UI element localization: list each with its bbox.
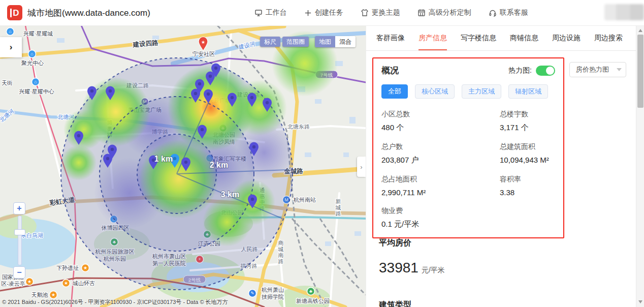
ruler-button[interactable]: 标尺 [260,37,280,47]
panel-scrollbar[interactable] [636,25,644,307]
panel-collapse-handle[interactable]: › [357,157,366,177]
nav-contact-support[interactable]: 联系客服 [489,8,528,17]
nav-advanced-analysis[interactable]: 高级分析定制 [417,8,471,17]
stat-total-land-area: 总占地面积2,990,711 M² [381,175,496,197]
chevron-down-icon [617,68,622,71]
ring-distance-label: 1 km [154,155,173,163]
map-label: 新城路 [335,198,341,217]
stat-total-floor-area: 总建筑面积10,094,943 M² [500,142,555,165]
map-canvas[interactable]: 7号线2号线 建设四路宁安社区建设河兴耀·星耀城聚光中心天街兴耀·星耀中心建设二… [0,25,366,307]
map-label: 城山怀古 [72,280,95,286]
stat-total-buildings: 总楼宇数3,171 个 [500,110,555,133]
heatmap-type-dropdown[interactable]: 房价热力图 [569,62,626,77]
heatmap-toggle[interactable] [536,66,555,76]
tab-office-info[interactable]: 写字楼信息 [461,34,496,50]
tab-customer-portrait[interactable]: 客群画像 [376,34,405,50]
panel-tabs: 客群画像 房产信息 写字楼信息 商铺信息 周边设施 周边搜索 [366,25,636,51]
poi-park-icon[interactable]: ♣ [307,288,315,295]
map-label: 天鹅池 [31,292,48,298]
map-label: 天街 [2,80,13,86]
svg-text:⌂: ⌂ [9,29,11,34]
svg-text:★: ★ [83,265,87,270]
poi-attraction-icon[interactable]: ★ [62,280,70,287]
zoom-in-button[interactable]: + [13,202,25,214]
map-mode-switch: 地图 混合 [315,36,356,47]
overview-title: 概况 [381,65,399,76]
poi-school-icon[interactable]: ✎ [249,290,256,297]
dropdown-value: 房价热力图 [576,65,609,74]
tab-nearby-search[interactable]: 周边搜索 [594,34,623,50]
svg-text:★: ★ [64,281,68,286]
map-label: 杭州萧山 [261,287,284,293]
app-logo[interactable]: D [7,5,22,20]
map-area[interactable]: 7号线2号线 建设四路宁安社区建设河兴耀·星耀城聚光中心天街兴耀·星耀中心建设二… [0,25,366,307]
zoom-slider-track[interactable] [18,216,22,265]
map-mode-button[interactable]: 地图 [315,36,335,47]
map-label: 下孙遗址 [56,265,79,271]
poi-building-icon[interactable]: ⌂ [7,28,14,36]
map-label: 商城南路 [278,240,284,264]
app-header: D 城市地图(www.data-dance.com) 工作台 创建任务 更换主题… [0,0,644,26]
nav-label: 工作台 [266,8,287,17]
header-nav: 工作台 创建任务 更换主题 高级分析定制 联系客服 [254,8,528,17]
scroll-down-arrow-icon[interactable] [638,300,642,303]
overview-box: 概况 热力图: 全部 核心区域 主力区域 辐射区域 小区总数480 个 总楼宇数… [372,57,564,238]
nav-label: 更换主题 [372,8,400,17]
nav-label: 联系客服 [500,8,528,17]
calendar-icon [417,9,426,17]
toggle-knob [546,67,554,75]
map-label: 区-凌云亭 [1,281,25,287]
hybrid-mode-button[interactable]: 混合 [335,36,356,47]
zoom-out-button[interactable]: − [13,266,25,279]
logo-letter: D [10,9,19,17]
map-zoom-control: + − [13,202,26,279]
app-title: 城市地图(www.data-dance.com) [27,7,150,19]
scrollbar-thumb[interactable] [637,35,643,108]
avg-price-section: 平均房价 33981元/平米 [379,238,445,276]
poi-building-icon[interactable]: ⌂ [32,78,40,86]
map-label: 兴耀·星耀城 [23,30,53,37]
chevron-right-icon: › [360,163,362,171]
nav-label: 高级分析定制 [429,8,471,17]
poi-attraction-icon[interactable]: ★ [82,264,89,272]
range-circle-button[interactable]: 范围圈 [282,37,309,47]
left-expand-handle[interactable]: › [0,37,22,57]
app-root: D 城市地图(www.data-dance.com) 工作台 创建任务 更换主题… [0,0,644,307]
scroll-up-arrow-icon[interactable] [638,29,642,32]
nav-change-theme[interactable]: 更换主题 [361,8,400,17]
region-button-radiation[interactable]: 辐射区域 [508,84,548,99]
map-label: 北塘东路 [287,124,310,130]
monitor-icon [254,9,263,17]
map-label: 技师学院 [262,294,284,300]
avg-price-unit: 元/平米 [422,266,445,274]
ring-distance-label: 2 km [210,161,228,169]
stat-total-households: 总户数203,807 户 [381,142,496,165]
svg-text:⌂: ⌂ [30,51,33,56]
svg-text:★: ★ [201,40,205,45]
info-panel: 客群画像 房产信息 写字楼信息 商铺信息 周边设施 周边搜索 概况 热力图: 全… [366,25,636,307]
chevron-right-icon: › [10,42,13,52]
tab-shop-info[interactable]: 商铺信息 [510,34,538,50]
poi-attraction-icon[interactable]: ★ [26,278,34,286]
poi-building-icon[interactable]: ⌂ [28,50,36,58]
nav-workbench[interactable]: 工作台 [254,8,287,17]
region-button-all[interactable]: 全部 [381,84,408,99]
overview-stats: 小区总数480 个 总楼宇数3,171 个 总户数203,807 户 总建筑面积… [381,110,555,229]
stat-total-communities: 小区总数480 个 [381,110,496,133]
poi-attraction-icon[interactable]: ★ [50,291,57,299]
headset-icon [489,9,497,17]
svg-text:★: ★ [27,279,31,284]
svg-text:♣: ♣ [309,289,312,294]
region-button-main[interactable]: 主力区域 [462,84,501,99]
map-label: 兴耀·星耀中心 [19,88,54,95]
nav-create-task[interactable]: 创建任务 [304,8,343,17]
svg-text:⌂: ⌂ [34,79,37,84]
svg-text:★: ★ [51,292,55,297]
tab-property-info[interactable]: 房产信息 [418,34,447,50]
building-type-title: 建筑类型 [379,300,411,307]
user-account-blurred[interactable] [604,4,644,20]
tab-nearby-facilities[interactable]: 周边设施 [552,34,581,50]
zoom-slider-handle[interactable] [14,229,25,235]
stat-property-fee: 物业费0.1 元/平米 [381,206,496,229]
region-button-core[interactable]: 核心区域 [415,84,455,99]
